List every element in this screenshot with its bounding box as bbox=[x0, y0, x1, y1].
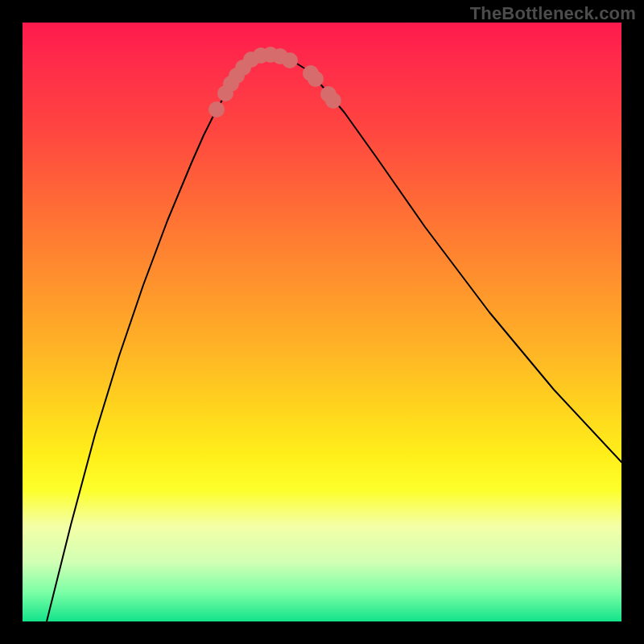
highlight-dots bbox=[208, 47, 341, 118]
chart-svg bbox=[23, 23, 621, 621]
watermark-text: TheBottleneck.com bbox=[470, 3, 636, 24]
highlight-dot bbox=[208, 101, 225, 118]
plot-area bbox=[23, 23, 621, 621]
highlight-dot bbox=[282, 52, 298, 68]
bottleneck-curve bbox=[47, 55, 621, 621]
highlight-dot bbox=[308, 71, 324, 87]
outer-frame: TheBottleneck.com bbox=[0, 0, 644, 644]
highlight-dot bbox=[325, 93, 341, 109]
